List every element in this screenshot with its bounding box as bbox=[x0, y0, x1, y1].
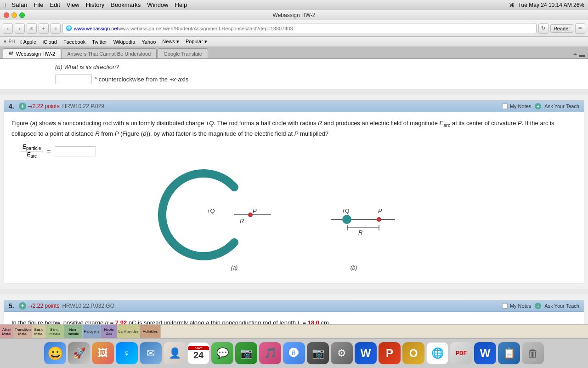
basic-label: Basic bbox=[34, 328, 44, 332]
question-4-text: Figure (a) shows a nonconducting rod wit… bbox=[11, 119, 577, 139]
partial-question: (b) What is its direction? ° countercloc… bbox=[0, 59, 588, 89]
back-button[interactable]: ‹ bbox=[3, 23, 13, 34]
dock-omnioutliner[interactable]: O bbox=[402, 342, 424, 364]
close-button[interactable] bbox=[4, 12, 9, 18]
fraction-4: Eparticle Earc bbox=[21, 144, 43, 159]
dock-mail[interactable]: ✉ bbox=[140, 342, 162, 364]
tab-answers[interactable]: Answers That Cannot Be Understood bbox=[61, 48, 157, 58]
dock-system-prefs[interactable]: ⚙ bbox=[331, 342, 353, 364]
formula-row-4: Eparticle Earc = bbox=[11, 144, 577, 159]
dock-contacts[interactable]: 👤 bbox=[164, 342, 186, 364]
direction-input[interactable] bbox=[55, 74, 92, 84]
semi-label2: metals bbox=[50, 332, 61, 336]
nonmetal-label2: metals bbox=[68, 332, 79, 336]
notes-checkbox-4 bbox=[502, 104, 508, 109]
dock-trash[interactable]: 🗑 bbox=[522, 342, 544, 364]
basic-label2: Metal bbox=[34, 332, 44, 336]
window-title: Webassign HW-2 bbox=[273, 12, 316, 18]
dock-word2[interactable]: W bbox=[474, 342, 496, 364]
wifi-icon: ⌘ bbox=[509, 2, 514, 8]
dock-messages[interactable]: 💬 bbox=[211, 342, 233, 364]
tab-webassign-favicon: W bbox=[9, 51, 14, 57]
equals-sign-4: = bbox=[46, 147, 51, 155]
menu-help[interactable]: Help bbox=[175, 1, 187, 8]
trans-label: Transition bbox=[15, 328, 31, 332]
formula-answer-input-4[interactable] bbox=[55, 146, 96, 156]
menu-safari[interactable]: Safari bbox=[11, 1, 27, 8]
maximize-button[interactable] bbox=[19, 12, 25, 18]
page-content: (b) What is its direction? ° countercloc… bbox=[0, 59, 588, 368]
tab-list-icon[interactable]: ▬ bbox=[579, 51, 585, 58]
dock-itunes[interactable]: 🎵 bbox=[259, 342, 281, 364]
title-bar: Webassign HW-2 bbox=[0, 10, 588, 20]
menu-history[interactable]: History bbox=[86, 1, 104, 8]
address-bar[interactable]: 🌐 www.webassign.netwww.webassign.net/web… bbox=[62, 23, 537, 34]
my-notes-button-4[interactable]: My Notes bbox=[502, 104, 531, 109]
menu-file[interactable]: File bbox=[34, 1, 43, 8]
bookmark-wikipedia[interactable]: Wikipedia bbox=[111, 38, 138, 46]
menu-view[interactable]: View bbox=[67, 1, 79, 8]
bookmark-yahoo[interactable]: Yahoo bbox=[139, 38, 158, 46]
dock-powerpoint[interactable]: P bbox=[379, 342, 401, 364]
dock-facetime[interactable]: 📷 bbox=[235, 342, 257, 364]
figure-b-label: (b) bbox=[351, 264, 357, 271]
forward-button[interactable]: › bbox=[15, 23, 25, 34]
bookmark-popular-label: Popular ▾ bbox=[186, 39, 207, 45]
noble-label: Noble bbox=[104, 328, 114, 332]
dock-launchpad[interactable]: 🚀 bbox=[68, 342, 90, 364]
dock-unknown[interactable]: 📋 bbox=[498, 342, 520, 364]
lanthanide-label: Lanthanides bbox=[119, 329, 139, 334]
actinide-label: Actinides bbox=[143, 329, 158, 334]
dock-calendar[interactable]: MAY 24 bbox=[187, 342, 209, 364]
menu-window[interactable]: Window bbox=[147, 1, 168, 8]
bookmark-popular[interactable]: Popular ▾ bbox=[183, 38, 210, 46]
reader-button[interactable]: Reader bbox=[550, 24, 573, 33]
dock-word[interactable]: W bbox=[355, 342, 377, 364]
svg-text:+Q: +Q bbox=[207, 207, 215, 214]
dock-camera[interactable]: 📷 bbox=[307, 342, 329, 364]
url-text: www.webassign.netwww.webassign.net/web/S… bbox=[74, 26, 293, 31]
calendar-month: MAY bbox=[188, 346, 209, 350]
bookmark-facebook[interactable]: Facebook bbox=[61, 38, 88, 46]
bookmark-apple[interactable]:  Apple bbox=[18, 38, 39, 46]
figure-b: +Q P R (b) bbox=[303, 169, 404, 271]
bookmarks-toggle[interactable]: ▼ PH bbox=[3, 39, 15, 44]
ask-teacher-button-5[interactable]: + Ask Your Teach bbox=[535, 303, 579, 309]
minimize-button[interactable] bbox=[11, 12, 17, 18]
dock-finder[interactable]: 😀 bbox=[44, 342, 66, 364]
my-notes-button-5[interactable]: My Notes bbox=[502, 303, 531, 309]
dock-chrome[interactable]: 🌐 bbox=[426, 342, 448, 364]
figure-a-svg: P R +Q bbox=[184, 169, 285, 261]
nonmetal-label: Non- bbox=[69, 328, 77, 332]
question-4-container: 4. + –/2.22 points HRW10 22.P.029. My No… bbox=[4, 100, 584, 283]
share-button[interactable]: ⎋ bbox=[27, 23, 37, 34]
new-tab-button[interactable]: + bbox=[39, 23, 49, 34]
bookmark-apple-label: Apple bbox=[23, 39, 36, 45]
dock-appstore[interactable]: 🅐 bbox=[283, 342, 305, 364]
menu-bookmarks[interactable]: Bookmarks bbox=[111, 1, 141, 8]
periodic-table-strip: Alkali Metal Transition Metal Basic Meta… bbox=[0, 324, 588, 338]
bookmark-icloud[interactable]: iCloud bbox=[40, 38, 60, 46]
tab-list-button[interactable]: ≡ bbox=[51, 23, 61, 34]
dock-safari[interactable]: ♀ bbox=[116, 342, 138, 364]
noble-label2: Gas bbox=[106, 332, 113, 336]
ask-teacher-button-4[interactable]: + Ask Your Teach bbox=[535, 103, 579, 109]
tab-answers-label: Answers That Cannot Be Understood bbox=[67, 51, 151, 57]
menu-bar-right: ⌘ Tue May 24 10:14 AM 26% bbox=[509, 2, 584, 8]
dock-photos[interactable]: 🖼 bbox=[92, 342, 114, 364]
ask-teacher-label-4: Ask Your Teach bbox=[544, 104, 579, 109]
tab-webassign[interactable]: W Webassign HW-2 bbox=[3, 48, 61, 58]
search-button[interactable]: ✏ bbox=[575, 23, 585, 34]
direction-unit: ° counterclockwise from the +x-axis bbox=[95, 76, 188, 83]
menu-edit[interactable]: Edit bbox=[50, 1, 60, 8]
tab-translate[interactable]: Google Translate bbox=[158, 48, 208, 58]
svg-point-6 bbox=[342, 215, 351, 224]
dock-pdf[interactable]: PDF bbox=[450, 342, 472, 364]
reload-button[interactable]: ↻ bbox=[538, 23, 548, 34]
apple-menu[interactable]:  bbox=[4, 1, 6, 9]
tab-bar: W Webassign HW-2 Answers That Cannot Be … bbox=[0, 47, 588, 59]
bookmark-twitter[interactable]: Twitter bbox=[89, 38, 109, 46]
alkali-label2: Metal bbox=[2, 332, 11, 336]
svg-text:+Q: +Q bbox=[342, 208, 349, 214]
bookmark-news[interactable]: News ▾ bbox=[159, 38, 182, 46]
